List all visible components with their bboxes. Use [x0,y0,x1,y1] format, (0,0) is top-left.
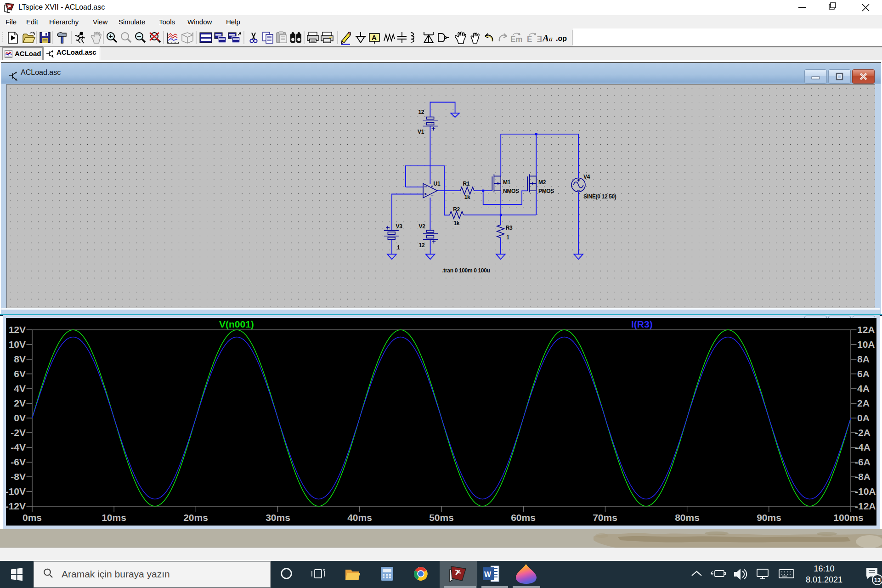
svg-text:8A: 8A [857,354,870,364]
svg-text:4A: 4A [857,383,870,394]
svg-text:V1: V1 [418,129,424,135]
svg-text:M1: M1 [503,179,511,186]
svg-text:40ms: 40ms [347,512,372,523]
svg-text:E: E [537,35,542,44]
svg-text:.tran 0 100m 0 100u: .tran 0 100m 0 100u [442,267,490,274]
svg-text:V(n001): V(n001) [219,319,254,329]
svg-text:1k: 1k [464,194,470,200]
svg-text:12: 12 [419,242,425,249]
svg-text:80ms: 80ms [675,512,700,523]
svg-text:PMOS: PMOS [538,188,554,194]
svg-text:100ms: 100ms [833,512,863,523]
svg-text:2V: 2V [14,398,26,408]
svg-text:U1: U1 [434,181,441,187]
svg-text:60ms: 60ms [511,512,536,523]
svg-text:70ms: 70ms [593,512,617,523]
svg-text:M2: M2 [538,179,546,186]
svg-text:50ms: 50ms [429,512,454,523]
svg-text:1k: 1k [453,220,459,226]
svg-text:0A: 0A [857,413,870,423]
svg-text:-12V: -12V [6,501,26,511]
svg-text:12: 12 [418,109,424,115]
svg-text:-2A: -2A [855,427,871,438]
svg-text:-4A: -4A [855,442,871,452]
svg-text:I(R3): I(R3) [631,319,653,329]
svg-text:-6V: -6V [11,457,26,467]
svg-text:30ms: 30ms [266,512,290,523]
svg-text:-10V: -10V [6,486,26,497]
svg-text:R1: R1 [463,181,470,187]
svg-text:8V: 8V [14,354,26,364]
svg-text:A: A [542,33,549,44]
svg-text:a: a [549,35,553,43]
svg-text:-6A: -6A [855,457,871,467]
svg-text:-4V: -4V [11,442,26,452]
svg-text:0ms: 0ms [23,512,42,523]
svg-text:1: 1 [397,244,400,251]
svg-text:SINE(0 12 50): SINE(0 12 50) [583,193,616,200]
svg-text:-8A: -8A [855,471,871,482]
svg-text:10V: 10V [9,339,26,350]
svg-text:-12A: -12A [855,501,876,511]
svg-text:2A: 2A [857,398,870,408]
svg-text:6V: 6V [14,368,26,379]
svg-text:10ms: 10ms [102,512,126,523]
svg-text:E: E [527,35,532,44]
svg-text:1: 1 [506,234,509,241]
svg-text:.op: .op [556,34,567,42]
svg-text:R3: R3 [506,225,513,231]
svg-text:-8V: -8V [11,471,26,482]
svg-text:-10A: -10A [855,486,876,497]
svg-text:-2V: -2V [11,427,26,438]
svg-text:NMOS: NMOS [503,188,519,194]
svg-text:20ms: 20ms [183,512,208,523]
svg-text:Em: Em [510,35,522,44]
svg-text:R2: R2 [453,206,460,213]
svg-text:V2: V2 [419,223,426,230]
svg-text:V4: V4 [583,174,590,180]
svg-text:V3: V3 [396,223,403,230]
svg-text:0V: 0V [14,413,26,423]
svg-text:10A: 10A [857,339,875,350]
svg-text:90ms: 90ms [757,512,781,523]
svg-text:12A: 12A [857,324,875,335]
svg-text:A: A [372,34,377,41]
svg-text:6A: 6A [857,368,870,379]
svg-text:12V: 12V [9,324,26,335]
svg-text:4V: 4V [14,383,26,394]
